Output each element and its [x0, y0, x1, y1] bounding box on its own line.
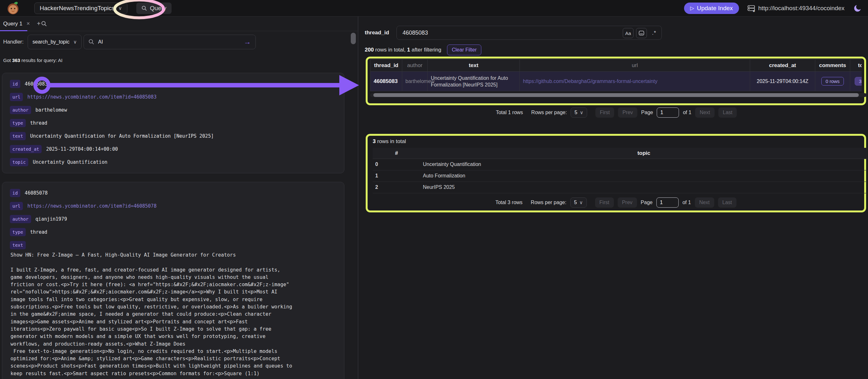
field-label-badge: text: [10, 132, 26, 140]
table-row[interactable]: 46085083 barthelomew Uncertainty Quantif…: [370, 71, 862, 91]
clear-filter-button[interactable]: Clear Filter: [447, 45, 481, 55]
cell-url-link[interactable]: https://github.com/DebarghaG/grammars-fo…: [520, 71, 750, 91]
results-table-header-row: thread_id author text url created_at com…: [370, 59, 862, 71]
handler-toolbar: Handler: search_by_topic ∨ AI →: [3, 34, 358, 49]
total-rows-label: Total 3 rows: [495, 200, 522, 205]
field-value: barthelomew: [36, 106, 67, 114]
tab-query-1[interactable]: Query 1 ×: [3, 20, 30, 27]
server-icon: ✱: [747, 4, 755, 12]
field-value: 46085078: [25, 189, 48, 197]
field-value: qianjin1979: [36, 215, 67, 223]
annotation-box-results-table: thread_id author text url created_at com…: [366, 57, 866, 105]
prev-page-button[interactable]: Prev: [618, 198, 637, 208]
cell-created-at: 2025-11-29T04:00:14Z: [750, 71, 815, 91]
field-label-badge: topic: [10, 158, 28, 166]
next-page-button[interactable]: Next: [695, 198, 714, 208]
app-window: HackerNewsTrendingTopics ∨ Query ▷ Updat…: [0, 0, 868, 379]
topics-title-suffix: rows in total: [376, 138, 406, 144]
page-number-input[interactable]: 1: [657, 108, 679, 118]
chevron-down-icon: ∨: [119, 5, 122, 11]
col-comments[interactable]: comments: [815, 59, 850, 71]
handler-label: Handler:: [3, 39, 24, 45]
query-search-input[interactable]: AI →: [84, 35, 256, 49]
annotation-box-topics-table: 3 rows in total # topic 0 Uncertainty Qu…: [366, 134, 866, 212]
col-url[interactable]: url: [520, 59, 750, 71]
submit-query-arrow[interactable]: →: [244, 37, 251, 46]
col-topics[interactable]: topics: [850, 59, 862, 71]
first-page-button[interactable]: First: [595, 108, 614, 118]
last-page-button[interactable]: Last: [718, 198, 737, 208]
page-of-label: of 1: [683, 110, 691, 115]
dark-mode-moon-icon[interactable]: [853, 3, 862, 13]
field-row: authorqianjin1979: [10, 215, 337, 223]
cell-topic: Auto Formalization: [420, 170, 867, 181]
search-icon: [142, 5, 147, 11]
next-page-button[interactable]: Next: [695, 108, 715, 118]
field-label-badge: type: [10, 119, 26, 127]
last-page-button[interactable]: Last: [718, 108, 737, 118]
query-button[interactable]: Query: [136, 3, 172, 14]
table-row: 2 NeurIPS 2025: [373, 181, 867, 193]
rows-per-page-label: Rows per page:: [531, 200, 566, 205]
new-query-button[interactable]: +: [37, 20, 47, 27]
page-size-select[interactable]: 5∨: [570, 108, 587, 118]
handler-selected-value: search_by_topic: [32, 39, 69, 45]
flow-selector-dropdown[interactable]: HackerNewsTrendingTopics ∨: [34, 3, 127, 14]
filter-column-label: thread_id: [365, 30, 393, 36]
field-label-badge: type: [10, 228, 26, 236]
plus-icon: +: [37, 20, 41, 27]
first-page-button[interactable]: First: [595, 198, 614, 208]
item-url-link[interactable]: https://news.ycombinator.com/item?id=460…: [27, 93, 156, 101]
update-index-button[interactable]: ▷ Update Index: [684, 3, 739, 14]
tab-label: Query 1: [3, 21, 22, 27]
search-input-value: AI: [98, 39, 240, 45]
field-row: id46085083: [10, 80, 337, 88]
regex-icon[interactable]: .*: [649, 28, 659, 38]
col-index: #: [373, 148, 420, 159]
field-label-badge: id: [10, 189, 20, 197]
top-bar: HackerNewsTrendingTopics ∨ Query ▷ Updat…: [0, 0, 868, 17]
field-value: 2025-11-29T04:00:14+00:00: [46, 145, 118, 153]
thread-id-filter-input[interactable]: 46085083 Aa .*: [397, 26, 662, 40]
item-url-link[interactable]: https://news.ycombinator.com/item?id=460…: [27, 202, 156, 210]
scrollbar-thumb[interactable]: [373, 93, 859, 97]
table-horizontal-scrollbar[interactable]: [370, 93, 867, 97]
topbar-right-group: ▷ Update Index ✱ http://localhost:49344/…: [684, 3, 862, 14]
handler-select[interactable]: search_by_topic ∨: [28, 35, 82, 49]
field-label-badge: id: [10, 80, 20, 88]
left-panel-scrollbar[interactable]: [351, 33, 356, 44]
match-whole-word-icon[interactable]: [636, 28, 647, 38]
field-row: authorbarthelomew: [10, 106, 337, 114]
cocoindex-logo-icon: [6, 2, 20, 15]
results-count: 363: [12, 58, 20, 63]
field-value: thread: [30, 228, 47, 236]
chevron-down-icon: ∨: [580, 110, 583, 115]
prev-page-button[interactable]: Prev: [618, 108, 637, 118]
play-icon: ▷: [690, 5, 694, 11]
col-text[interactable]: text: [428, 59, 520, 71]
result-card: id46085083 urlhttps://news.ycombinator.c…: [2, 73, 344, 173]
results-summary-suffix: results for query: AI: [20, 58, 62, 63]
field-label-badge: url: [10, 202, 23, 210]
main-split: Query 1 × + Handler: search_by_topic ∨: [0, 17, 868, 379]
cell-text: Uncertainty Quantification for Auto Form…: [428, 71, 520, 91]
results-summary: Got 363 results for query: AI: [3, 58, 358, 63]
topics-pagination: Total 3 rows Rows per page: 5∨ First Pre…: [373, 197, 859, 208]
server-address: ✱ http://localhost:49344/cocoindex: [747, 4, 844, 12]
comments-rows-button[interactable]: 0 rows: [821, 77, 843, 86]
col-created-at[interactable]: created_at: [750, 59, 815, 71]
match-case-icon[interactable]: Aa: [623, 28, 633, 38]
col-author[interactable]: author: [402, 59, 428, 71]
total-rows-count: 200: [365, 47, 374, 53]
close-icon[interactable]: ×: [26, 20, 30, 27]
cell-thread-id: 46085083: [370, 71, 402, 91]
field-row: id46085078: [10, 189, 337, 197]
svg-text:✱: ✱: [753, 9, 755, 12]
page-number-input[interactable]: 1: [656, 198, 679, 208]
topics-rows-button[interactable]: 3 rows: [855, 77, 862, 86]
cell-index: 2: [373, 181, 420, 193]
col-thread-id[interactable]: thread_id: [370, 59, 402, 71]
page-size-value: 5: [574, 200, 577, 205]
page-size-select[interactable]: 5∨: [570, 198, 587, 208]
filter-option-icons: Aa .*: [623, 26, 659, 40]
